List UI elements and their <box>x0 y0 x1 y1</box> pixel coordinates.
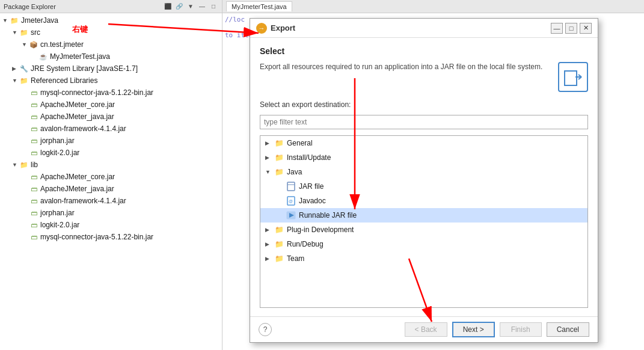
dialog-body: Select Export all resources required to … <box>250 38 598 316</box>
dialog-footer: ? < Back Next > Finish Cancel <box>250 316 598 342</box>
dialog-tree-item-jar-file[interactable]: JAR file <box>260 179 587 194</box>
maximize-icon[interactable]: □ <box>209 2 218 11</box>
link-with-editor-icon[interactable]: 🔗 <box>174 2 184 11</box>
back-button[interactable]: < Back <box>405 322 447 337</box>
right-click-annotation: 右键 <box>72 24 88 35</box>
dialog-description-area: Export all resources required to run an … <box>260 62 588 92</box>
dialog-tree-item-plugin-dev[interactable]: ▶📁Plug-in Development <box>260 223 587 237</box>
dialog-tree-item-javadoc[interactable]: @Javadoc <box>260 194 587 208</box>
tree-item-apachejmeter-core[interactable]: 🗃ApacheJMeter_core.jar <box>0 99 222 111</box>
tree-item-lib[interactable]: ▼📁lib <box>0 159 222 171</box>
dialog-tree-item-run-debug[interactable]: ▶📁Run/Debug <box>260 237 587 251</box>
export-destination-tree: ▶📁General▶📁Install/Update▼📁JavaJAR file@… <box>260 135 588 308</box>
tree-item-jorphan[interactable]: 🗃jorphan.jar <box>0 135 222 147</box>
collapse-all-icon[interactable]: ⬛ <box>163 2 173 11</box>
svg-text:@: @ <box>289 199 293 203</box>
dialog-tree-item-general[interactable]: ▶📁General <box>260 136 587 150</box>
svg-rect-0 <box>565 71 577 85</box>
view-menu-icon[interactable]: ▼ <box>186 2 195 11</box>
tree-item-lib-mysql[interactable]: 🗃mysql-connector-java-5.1.22-bin.jar <box>0 231 222 243</box>
tree-item-logkit[interactable]: 🗃logkit-2.0.jar <box>0 147 222 159</box>
dialog-export-graphic <box>558 62 588 92</box>
tree-item-myjmetertest[interactable]: ☕MyJmeterTest.java <box>0 51 222 63</box>
tree-item-apachejmeter-java[interactable]: 🗃ApacheJMeter_java.jar <box>0 111 222 123</box>
tree-item-cn-test-jmeter[interactable]: ▼📦cn.test.jmeter <box>0 38 222 51</box>
dialog-titlebar: → Export — □ ✕ <box>250 19 598 38</box>
cancel-button[interactable]: Cancel <box>547 322 589 337</box>
file-tree: ▼📁JmeterJava▼📁src▼📦cn.test.jmeter☕MyJmet… <box>0 13 222 350</box>
dialog-section-title: Select <box>260 46 588 56</box>
dialog-minimize-button[interactable]: — <box>551 23 563 34</box>
tree-item-jmeter-java[interactable]: ▼📁JmeterJava <box>0 14 222 26</box>
svg-rect-4 <box>287 182 295 191</box>
tree-item-lib-avalon[interactable]: 🗃avalon-framework-4.1.4.jar <box>0 195 222 207</box>
tree-item-lib-logkit[interactable]: 🗃logkit-2.0.jar <box>0 219 222 231</box>
editor-tab-myjmetertest[interactable]: MyJmeterTest.java <box>226 1 292 11</box>
dialog-tree-item-java[interactable]: ▼📁Java <box>260 165 587 179</box>
tree-item-ref-libs[interactable]: ▼📁Referenced Libraries <box>0 75 222 87</box>
dialog-dest-label: Select an export destination: <box>260 100 588 109</box>
package-explorer-header: Package Explorer ⬛ 🔗 ▼ — □ <box>0 0 222 13</box>
dialog-export-icon: → <box>256 23 267 34</box>
finish-button[interactable]: Finish <box>500 322 542 337</box>
export-dialog: → Export — □ ✕ Select Export all resourc… <box>250 18 598 343</box>
dialog-tree-item-install[interactable]: ▶📁Install/Update <box>260 150 587 165</box>
editor-code-preview: //locto itca <box>225 16 253 39</box>
tree-item-mysql-jar[interactable]: 🗃mysql-connector-java-5.1.22-bin.jar <box>0 87 222 99</box>
tree-item-lib-apachejmeter-java[interactable]: 🗃ApacheJMeter_java.jar <box>0 183 222 195</box>
panel-toolbar: ⬛ 🔗 ▼ — □ <box>163 2 218 11</box>
help-button[interactable]: ? <box>259 323 272 336</box>
editor-header: MyJmeterTest.java <box>222 0 644 13</box>
dialog-tree-item-team[interactable]: ▶📁Team <box>260 251 587 266</box>
next-button[interactable]: Next > <box>452 322 495 337</box>
tree-item-src[interactable]: ▼📁src <box>0 26 222 38</box>
package-explorer-title: Package Explorer <box>4 3 161 10</box>
dialog-description-text: Export all resources required to run an … <box>260 63 542 71</box>
dialog-controls: — □ ✕ <box>551 23 592 34</box>
dialog-close-button[interactable]: ✕ <box>580 23 592 34</box>
tree-item-lib-apachejmeter-core[interactable]: 🗃ApacheJMeter_core.jar <box>0 171 222 183</box>
tree-item-lib-jorphan[interactable]: 🗃jorphan.jar <box>0 207 222 219</box>
dialog-title: Export <box>271 23 547 32</box>
dialog-maximize-button[interactable]: □ <box>565 23 577 34</box>
minimize-icon[interactable]: — <box>197 2 207 11</box>
tree-item-avalon-fw[interactable]: 🗃avalon-framework-4.1.4.jar <box>0 123 222 135</box>
tree-item-jre[interactable]: ▶🔧JRE System Library [JavaSE-1.7] <box>0 63 222 75</box>
filter-input[interactable] <box>260 115 588 129</box>
dialog-tree-item-runnable-jar[interactable]: Runnable JAR file <box>260 208 587 223</box>
package-explorer-panel: Package Explorer ⬛ 🔗 ▼ — □ ▼📁JmeterJava▼… <box>0 0 222 350</box>
